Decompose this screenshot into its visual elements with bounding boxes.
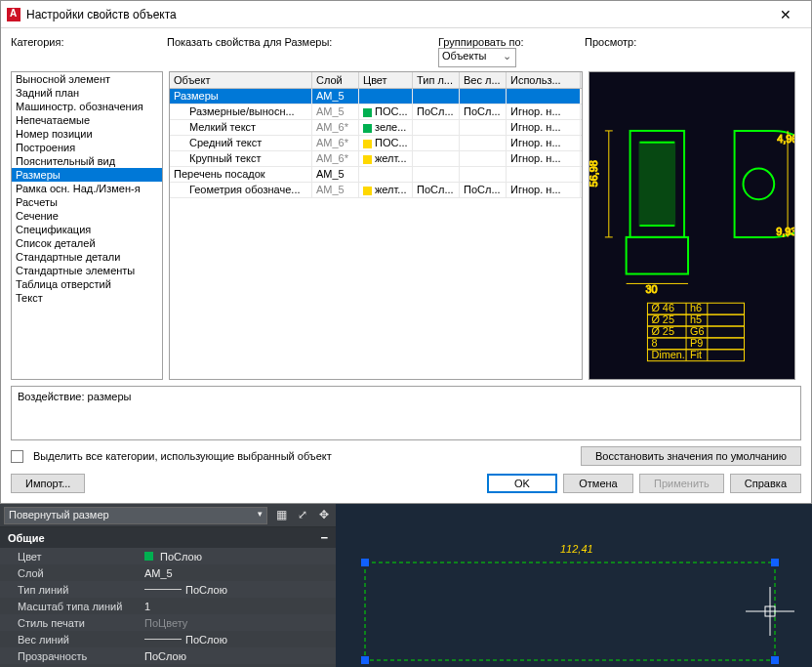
svg-text:56,98: 56,98: [589, 160, 599, 187]
effect-label: Воздействие: размеры: [18, 391, 131, 402]
apply-button[interactable]: Применить: [639, 474, 724, 493]
highlight-label: Выделить все категории, использующие выб…: [33, 450, 575, 462]
category-item[interactable]: Выносной элемент: [12, 72, 162, 86]
properties-table[interactable]: ОбъектСлойЦветТип л...Вес л...Использ...…: [169, 71, 583, 380]
section-general[interactable]: Общие −: [0, 527, 336, 548]
table-row[interactable]: Крупный текстAM_6*желт...Игнор. н...: [170, 151, 582, 167]
table-header[interactable]: Цвет: [359, 72, 413, 88]
table-row[interactable]: РазмерыAM_5: [170, 89, 582, 104]
help-button[interactable]: Справка: [730, 474, 801, 493]
table-header[interactable]: Слой: [312, 72, 359, 88]
svg-rect-42: [771, 559, 779, 566]
category-item[interactable]: Задний план: [12, 86, 162, 100]
category-item[interactable]: Стандартные детали: [12, 250, 162, 264]
table-header[interactable]: Тип л...: [413, 72, 460, 88]
table-row[interactable]: Мелкий текстAM_6*зеле...Игнор. н...: [170, 120, 582, 136]
titlebar: Настройки свойств объекта ✕: [1, 1, 811, 28]
svg-text:P9: P9: [690, 337, 703, 349]
category-item[interactable]: Стандартные элементы: [12, 264, 162, 277]
group-by-select[interactable]: Объекты: [438, 48, 516, 67]
svg-text:Ø 25: Ø 25: [651, 325, 674, 337]
property-row[interactable]: Масштаб типа линий1: [0, 598, 336, 614]
restore-defaults-button[interactable]: Восстановить значения по умолчанию: [581, 446, 801, 466]
property-row[interactable]: СлойAM_5: [0, 564, 336, 581]
table-header[interactable]: Вес л...: [460, 72, 507, 88]
category-item[interactable]: Расчеты: [12, 195, 162, 209]
svg-text:Dimen.: Dimen.: [651, 349, 684, 360]
svg-rect-41: [361, 559, 369, 566]
select-objects-icon[interactable]: ✥: [316, 508, 332, 523]
svg-text:Ø 46: Ø 46: [651, 302, 674, 313]
svg-rect-2: [640, 143, 675, 226]
lower-panel: Повернутый размер ▦ ⤢ ✥ Общие − ЦветПоСл…: [0, 504, 812, 667]
category-item[interactable]: Пояснительный вид: [12, 154, 162, 168]
effect-box: Воздействие: размеры: [11, 386, 801, 440]
property-row[interactable]: Стиль печатиПоЦвету: [0, 614, 336, 631]
property-row[interactable]: ПрозрачностьПоСлою: [0, 647, 336, 664]
property-row[interactable]: Тип линийПоСлою: [0, 581, 336, 598]
svg-text:G6: G6: [690, 325, 705, 337]
category-item[interactable]: Номер позиции: [12, 127, 162, 141]
svg-text:9,93: 9,93: [776, 226, 794, 237]
svg-text:30: 30: [645, 283, 657, 295]
highlight-checkbox[interactable]: [11, 450, 23, 463]
table-row[interactable]: Геометрия обозначе...AM_5желт...ПоСл...П…: [170, 183, 582, 198]
category-item[interactable]: Размеры: [12, 168, 162, 182]
svg-text:Fit: Fit: [690, 349, 702, 360]
table-row[interactable]: Средний текстAM_6*ПОС...Игнор. н...: [170, 136, 582, 151]
object-type-dropdown[interactable]: Повернутый размер: [4, 507, 267, 524]
svg-text:Ø 25: Ø 25: [651, 313, 674, 325]
table-row[interactable]: Перечень посадокAM_5: [170, 167, 582, 183]
category-item[interactable]: Непечатаемые: [12, 113, 162, 127]
category-item[interactable]: Текст: [12, 291, 162, 305]
svg-rect-43: [361, 656, 369, 664]
toggle-pim-icon[interactable]: ▦: [273, 508, 289, 523]
group-by-label: Группировать по:: [438, 36, 524, 48]
category-item[interactable]: Таблица отверстий: [12, 277, 162, 291]
app-icon: [7, 8, 20, 21]
ok-button[interactable]: OK: [487, 474, 557, 493]
window-title: Настройки свойств объекта: [26, 8, 766, 21]
quick-select-icon[interactable]: ⤢: [295, 508, 310, 523]
collapse-icon[interactable]: −: [320, 530, 328, 545]
svg-rect-39: [336, 504, 812, 667]
category-item[interactable]: Рамка осн. Над./Измен-я: [12, 182, 162, 195]
table-header[interactable]: Использ...: [507, 72, 581, 88]
category-list[interactable]: Выносной элементЗадний планМашиностр. об…: [11, 71, 163, 380]
table-header[interactable]: Объект: [170, 72, 312, 88]
category-item[interactable]: Список деталей: [12, 236, 162, 250]
property-row[interactable]: Вес линийПоСлою: [0, 631, 336, 647]
import-button[interactable]: Импорт...: [11, 474, 85, 493]
property-row[interactable]: ЦветПоСлою: [0, 548, 336, 564]
svg-rect-44: [771, 656, 779, 664]
category-item[interactable]: Построения: [12, 141, 162, 154]
svg-text:h5: h5: [690, 313, 702, 325]
category-item[interactable]: Машиностр. обозначения: [12, 100, 162, 113]
cancel-button[interactable]: Отмена: [563, 474, 633, 493]
category-item[interactable]: Сечение: [12, 209, 162, 223]
svg-text:4,96: 4,96: [777, 133, 794, 145]
drawing-viewport[interactable]: 112,41: [336, 504, 812, 667]
svg-text:8: 8: [651, 337, 657, 349]
svg-text:h6: h6: [690, 302, 702, 313]
close-button[interactable]: ✕: [766, 7, 805, 22]
object-properties-dialog: Настройки свойств объекта ✕ Категория: П…: [0, 0, 812, 504]
category-item[interactable]: Спецификация: [12, 223, 162, 236]
properties-palette: Повернутый размер ▦ ⤢ ✥ Общие − ЦветПоСл…: [0, 504, 336, 667]
table-row[interactable]: Размерные/выносн...AM_5ПОС...ПоСл...ПоСл…: [170, 104, 582, 120]
preview-pane: 56,98 30 4,96 9,93 Ø 46h6: [589, 71, 795, 380]
category-label: Категория:: [11, 36, 167, 67]
show-props-label: Показать свойства для Размеры:: [167, 36, 438, 67]
dimension-text[interactable]: 112,41: [560, 543, 593, 555]
preview-label: Просмотр:: [585, 36, 636, 67]
